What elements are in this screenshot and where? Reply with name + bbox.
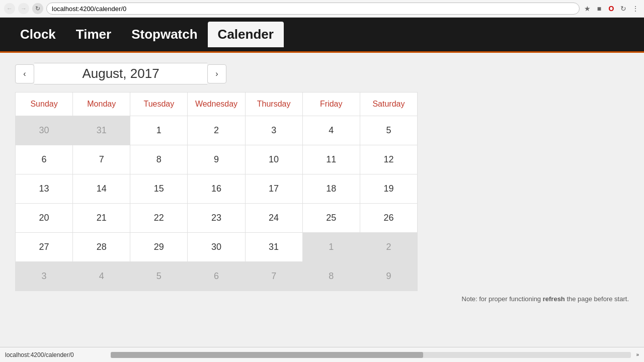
calendar-day[interactable]: 27 <box>16 233 73 262</box>
scrollbar-thumb <box>111 352 423 358</box>
calendar-day[interactable]: 30 <box>188 233 245 262</box>
nav-timer[interactable]: Timer <box>66 22 121 47</box>
nav-calender[interactable]: Calender <box>208 22 284 47</box>
prev-month-button[interactable]: ‹ <box>15 64 34 83</box>
calendar-day[interactable]: 10 <box>245 145 302 174</box>
calendar-day[interactable]: 24 <box>245 204 302 233</box>
calendar-table: Sunday Monday Tuesday Wednesday Thursday… <box>15 92 418 291</box>
calendar-header-row: Sunday Monday Tuesday Wednesday Thursday… <box>16 93 418 116</box>
footer-note: Note: for proper functioning refresh the… <box>15 291 629 307</box>
scroll-end-icon: » <box>636 352 639 357</box>
extensions-icon[interactable]: ■ <box>595 4 604 13</box>
calendar-day[interactable]: 16 <box>188 174 245 204</box>
browser-toolbar: ← → ↻ ★ ■ O ↻ ⋮ <box>0 0 644 18</box>
status-bar: localhost:4200/calender/0 » <box>0 347 644 362</box>
next-month-button[interactable]: › <box>207 64 226 83</box>
col-monday: Monday <box>73 93 130 116</box>
calendar-week-row: 20212223242526 <box>16 204 418 233</box>
calendar-day[interactable]: 28 <box>73 233 130 262</box>
calendar-day[interactable]: 4 <box>302 116 360 145</box>
calendar-day[interactable]: 29 <box>130 233 188 262</box>
col-tuesday: Tuesday <box>130 93 188 116</box>
refresh-icon[interactable]: ↻ <box>619 4 628 13</box>
calendar-week-row: 13141516171819 <box>16 174 418 204</box>
col-saturday: Saturday <box>360 93 417 116</box>
month-title: August, 2017 <box>34 63 207 84</box>
calendar-day[interactable]: 18 <box>302 174 360 204</box>
calendar-day[interactable]: 19 <box>360 174 417 204</box>
calendar-day[interactable]: 2 <box>360 233 417 262</box>
calendar-day[interactable]: 4 <box>73 262 130 291</box>
calendar-day[interactable]: 31 <box>73 116 130 145</box>
opera-icon[interactable]: O <box>607 4 616 13</box>
calendar-day[interactable]: 25 <box>302 204 360 233</box>
back-button[interactable]: ← <box>4 3 15 14</box>
forward-button[interactable]: → <box>18 3 29 14</box>
bookmark-icon[interactable]: ★ <box>583 4 592 13</box>
app-header: Clock Timer Stopwatch Calender <box>0 18 644 53</box>
col-friday: Friday <box>302 93 360 116</box>
calendar-week-row: 6789101112 <box>16 145 418 174</box>
calendar-day[interactable]: 21 <box>73 204 130 233</box>
calendar-day[interactable]: 9 <box>360 262 417 291</box>
calendar-day[interactable]: 1 <box>130 116 188 145</box>
calendar-day[interactable]: 31 <box>245 233 302 262</box>
calendar-day[interactable]: 17 <box>245 174 302 204</box>
menu-icon[interactable]: ⋮ <box>631 4 640 13</box>
col-thursday: Thursday <box>245 93 302 116</box>
calendar-day[interactable]: 20 <box>16 204 73 233</box>
calendar-day[interactable]: 3 <box>16 262 73 291</box>
calendar-nav: ‹ August, 2017 › <box>15 63 226 84</box>
main-content: ‹ August, 2017 › Sunday Monday Tuesday W… <box>0 53 644 347</box>
calendar-week-row: 272829303112 <box>16 233 418 262</box>
status-url: localhost:4200/calender/0 <box>5 351 106 358</box>
calendar-day[interactable]: 11 <box>302 145 360 174</box>
browser-chrome: ← → ↻ ★ ■ O ↻ ⋮ <box>0 0 644 18</box>
reload-button[interactable]: ↻ <box>32 3 43 14</box>
calendar-day[interactable]: 23 <box>188 204 245 233</box>
calendar-day[interactable]: 15 <box>130 174 188 204</box>
calendar-day[interactable]: 6 <box>188 262 245 291</box>
nav-clock[interactable]: Clock <box>10 22 66 47</box>
browser-actions: ★ ■ O ↻ ⋮ <box>583 4 640 13</box>
address-bar[interactable] <box>46 3 580 15</box>
calendar-day[interactable]: 6 <box>16 145 73 174</box>
calendar-day[interactable]: 26 <box>360 204 417 233</box>
calendar-day[interactable]: 3 <box>245 116 302 145</box>
calendar-day[interactable]: 22 <box>130 204 188 233</box>
calendar-day[interactable]: 8 <box>302 262 360 291</box>
calendar-day[interactable]: 8 <box>130 145 188 174</box>
calendar-day[interactable]: 1 <box>302 233 360 262</box>
col-sunday: Sunday <box>16 93 73 116</box>
calendar-day[interactable]: 5 <box>360 116 417 145</box>
calendar-day[interactable]: 9 <box>188 145 245 174</box>
calendar-day[interactable]: 30 <box>16 116 73 145</box>
calendar-week-row: 3456789 <box>16 262 418 291</box>
calendar-day[interactable]: 14 <box>73 174 130 204</box>
nav-stopwatch[interactable]: Stopwatch <box>121 22 207 47</box>
calendar-day[interactable]: 13 <box>16 174 73 204</box>
scrollbar[interactable] <box>111 352 631 358</box>
calendar-week-row: 303112345 <box>16 116 418 145</box>
calendar-day[interactable]: 5 <box>130 262 188 291</box>
calendar-day[interactable]: 7 <box>73 145 130 174</box>
calendar-day[interactable]: 12 <box>360 145 417 174</box>
calendar-day[interactable]: 7 <box>245 262 302 291</box>
calendar-day[interactable]: 2 <box>188 116 245 145</box>
col-wednesday: Wednesday <box>188 93 245 116</box>
